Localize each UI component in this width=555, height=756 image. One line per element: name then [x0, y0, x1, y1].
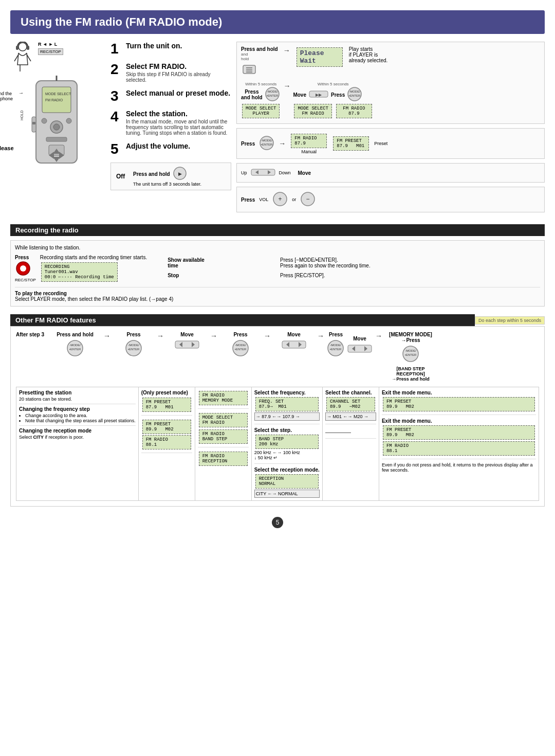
press-hold-off-icon: ▶: [173, 166, 187, 182]
svg-text:▶▶: ▶▶: [316, 93, 322, 97]
move-scroll-icon: ▶▶: [308, 89, 329, 100]
svg-text:-MODE/: -MODE/: [235, 344, 246, 347]
step-3-number: 3: [110, 89, 122, 103]
svg-rect-60: [282, 341, 306, 348]
move-scroll-feat: [166, 339, 208, 351]
mode-select-fm-lcd: MODE SELECT FM RADIO: [294, 104, 331, 118]
step-1-number: 1: [110, 42, 122, 56]
fm-radio-87-lcd: FM RADIO 87.9: [336, 104, 372, 118]
band-step-label: [BAND STEPRECEPTION]→Press and hold: [385, 366, 436, 382]
vol-minus-icon: −: [300, 191, 316, 208]
city-normal: CITY ←→ NORMAL: [254, 490, 320, 498]
rec-stop-label: REC/STOP: [38, 48, 63, 55]
svg-point-12: [42, 118, 47, 123]
feat-col-press-hold: Press and hold -MODE/ •ENTER: [49, 332, 101, 361]
svg-rect-54: [175, 341, 199, 348]
freq-set-lcd: FREQ. SET 87.9→ M01: [255, 397, 319, 411]
feat-col-move: Move: [166, 332, 208, 353]
step-3: 3 Select manual or preset mode.: [110, 89, 231, 103]
move-scroll-feat3: [347, 344, 373, 355]
svg-rect-39: [251, 169, 275, 175]
arrow2: →: [283, 82, 290, 90]
step1-scroll-icon: [241, 61, 278, 79]
rl-label: R ◄ ► L: [38, 42, 63, 47]
step-options: 200 kHz ←→ 100 kHz ↓ 50 kHz ↵: [254, 450, 320, 460]
step5-flow: Press VOL + or −: [236, 187, 545, 212]
svg-point-13: [66, 118, 71, 123]
svg-rect-16: [32, 122, 35, 124]
page-number-area: 5: [10, 517, 545, 528]
recording-press-col: Press REC/STOP Recording starts and the …: [15, 255, 147, 283]
20-stations-note: 20 stations can be stored.: [19, 397, 136, 402]
press-again-label: Press again to show the recording time.: [280, 263, 538, 268]
features-bottom-table: Presetting the station 20 stations can b…: [16, 387, 539, 501]
feat-col-memory: [MEMORY MODE] →Press -MODE/ •ENTER [BAND…: [385, 332, 436, 382]
step-5-number: 5: [110, 142, 122, 156]
step-5-title: Adjust the volume.: [126, 142, 231, 150]
step1-play-starts: Play starts if PLAYER is already selecte…: [349, 46, 388, 63]
step-4-number: 4: [110, 110, 122, 124]
step5-press-label: Press: [241, 197, 255, 203]
person-icon: [10, 42, 35, 73]
step3-flow: Press -MODE/ •ENTER → FM RADIO 87.9 Manu…: [236, 128, 545, 159]
svg-text:MODE SELECT: MODE SELECT: [45, 92, 71, 96]
fm-radio-manual-lcd: FM RADIO 87.9: [291, 134, 327, 148]
extend-label: Extend the headphone cord.: [0, 91, 20, 106]
feat-arrow5: →: [317, 332, 324, 340]
play-recording-desc: Select PLAYER mode, then select the FM R…: [15, 296, 540, 302]
after-step3-label: After step 3: [16, 332, 47, 337]
svg-point-0: [18, 43, 27, 51]
within5-col2: Within 5 seconds Move ▶▶ Press: [293, 82, 373, 119]
mode-select-player-lcd: MODE SELECT PLAYER: [242, 104, 280, 118]
memory-mode-lcd: FM RADIO MEMORY MODE: [199, 391, 248, 405]
page-title: Using the FM radio (FM RADIO mode): [10, 10, 545, 34]
press-mode-enter-label: Press [−MODE/•ENTER].: [280, 257, 538, 263]
step4-up-label: Up: [241, 170, 247, 175]
release-label: Release: [0, 145, 14, 151]
rec-starts-label: Recording starts and the recording timer…: [40, 255, 147, 260]
mode-select-fm-radio-lcd: MODE SELECT FM RADIO: [199, 413, 248, 427]
svg-text:+: +: [279, 195, 282, 203]
step1-flow: Press and hold and hold → Please Wai: [236, 42, 545, 124]
extend-arrow: →: [18, 90, 24, 96]
feat-arrow1: →: [103, 332, 110, 340]
feat-labels-col: Presetting the station 20 stations can b…: [16, 387, 139, 500]
move-scroll-feat2: [273, 339, 314, 351]
move-label-2: Move: [293, 92, 306, 98]
press-hold-off-label: Press and hold: [133, 171, 170, 177]
recording-lcd: RECORDING Tuner001.wav 00:0 ←···· Record…: [41, 262, 118, 282]
within5-col1: Within 5 seconds Pressand hold -MODE/ •E…: [241, 82, 281, 119]
band-step-200-lcd: BAND STEP 200 kHz: [255, 435, 319, 449]
changing-freq-label: Changing the frequency step: [19, 406, 136, 412]
press-circle-icon-3: -MODE/ •ENTER: [220, 339, 261, 358]
step4-move-label: Move: [298, 170, 311, 176]
recording-section: Recording the radio While listening to t…: [10, 224, 545, 307]
arrow1: →: [283, 46, 290, 55]
step-4-title: Select the station.: [126, 110, 231, 118]
recording-title: Recording the radio: [10, 224, 545, 236]
exit-mode-label-1: Exit the mode menu.: [382, 390, 536, 395]
select-reception-label: Select the reception mode.: [254, 467, 320, 473]
feat-col-press: Press -MODE/ •ENTER: [113, 332, 154, 361]
step4-down-label: Down: [279, 170, 291, 175]
show-available-row: Show available time Press [−MODE/•ENTER]…: [166, 256, 539, 270]
reception-normal-lcd: RECEPTION NORMAL: [255, 474, 319, 489]
freq-range: → 87.9 ←→ 107.9 →: [254, 412, 320, 421]
feat-col-press2: Press -MODE/ •ENTER: [220, 332, 261, 361]
svg-text:−: −: [306, 195, 310, 203]
exit-fm-881-lcd: FM RADIO 88.1: [383, 441, 535, 456]
svg-text:-MODE/: -MODE/: [128, 344, 139, 347]
step-1: 1 Turn the unit on.: [110, 42, 231, 56]
preset-label: Preset: [374, 141, 387, 146]
exit-preset-lcd: FM PRESET 89.9 M02: [383, 397, 535, 411]
chan-range: → M01 ←→ M20 →: [325, 412, 376, 421]
exit-mode-label-2: Exit the mode menu.: [382, 418, 536, 424]
only-preset-label: (Only preset mode): [141, 390, 192, 395]
mode-enter-icon-1: -MODE/ •ENTER: [265, 86, 280, 103]
svg-point-47: [20, 265, 26, 272]
feat-col-move2: Move: [273, 332, 314, 353]
step-4-desc: In the manual mode, move and hold until …: [126, 119, 231, 136]
mode-enter-icon-2: -MODE/ •ENTER: [347, 86, 362, 103]
rec-icon: [15, 260, 36, 278]
svg-text:▶: ▶: [178, 171, 181, 176]
